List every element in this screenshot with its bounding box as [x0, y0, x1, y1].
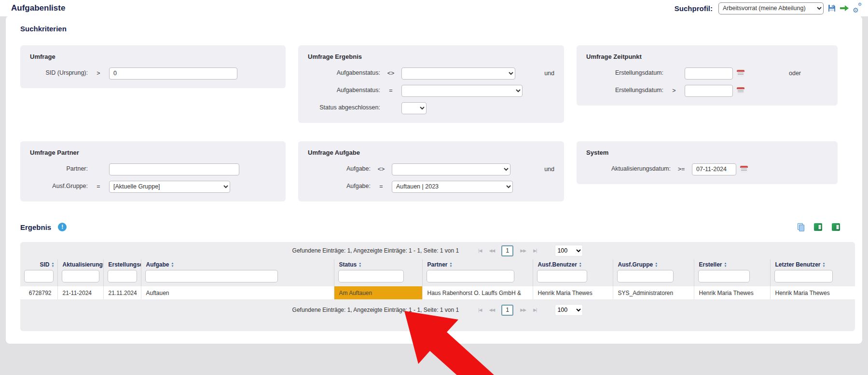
aufgabenstatus2-select[interactable]	[401, 85, 523, 97]
erstellungsdatum2-operator: >	[663, 87, 685, 94]
panel-system: System Aktualisierungsdatum: >=	[577, 141, 838, 184]
cell-erstellungsdatum: 21.11.2024	[103, 286, 141, 299]
column-header-erstellungsdatum[interactable]: Erstellungsdatum▲▼	[103, 259, 141, 269]
table-row[interactable]: 6728792 21-11-2024 21.11.2024 Auftauen A…	[20, 286, 855, 299]
filter-input-ersteller[interactable]	[698, 270, 750, 282]
column-header-ausf-gruppe[interactable]: Ausf.Gruppe▲▼	[613, 259, 694, 269]
search-profile-select[interactable]: Arbeitsvorrat (meine Abteilung)	[718, 2, 824, 14]
filter-input-ausf-benutzer[interactable]	[537, 270, 587, 282]
ausf-gruppe-select[interactable]: [Aktuelle Gruppe]	[109, 181, 230, 193]
aufgabe1-select[interactable]	[392, 163, 510, 175]
page-size-select[interactable]: 100	[555, 245, 583, 256]
column-header-aktualisierungsdatum[interactable]: Aktualisierungsdatum▲▼	[57, 259, 103, 269]
cell-ausf-gruppe: SYS_Administratoren	[613, 286, 694, 299]
filter-input-ausf-gruppe[interactable]	[617, 270, 674, 282]
criteria-heading: Suchkriterien	[20, 25, 854, 33]
panel-umfrage-ergebnis-title: Umfrage Ergebnis	[308, 53, 554, 60]
column-header-status[interactable]: Status▲▼	[334, 259, 422, 269]
filter-input-erstellungsdatum[interactable]	[108, 270, 137, 282]
cell-partner: Haus Rabenhorst O. Lauffs GmbH &	[422, 286, 533, 299]
page-title: Aufgabenliste	[0, 3, 65, 13]
cell-aktualisierungsdatum: 21-11-2024	[57, 286, 103, 299]
calendar-icon[interactable]	[737, 70, 744, 77]
criteria-row-2: Umfrage Partner Partner: Ausf.Gruppe: = …	[20, 141, 854, 201]
sort-icon: ▲▼	[450, 262, 453, 268]
oder-conjunction: oder	[789, 70, 801, 77]
column-header-ersteller[interactable]: Ersteller▲▼	[694, 259, 770, 269]
panel-umfrage-partner-title: Umfrage Partner	[30, 149, 276, 156]
filter-input-partner[interactable]	[427, 270, 514, 282]
erstellungsdatum2-label: Erstellungsdatum:	[586, 87, 663, 94]
info-icon[interactable]: !	[58, 223, 67, 231]
aufgabenstatus2-operator: =	[380, 87, 401, 94]
column-header-ausf-benutzer[interactable]: Ausf.Benutzer▲▼	[533, 259, 613, 269]
cell-ausf-benutzer: Henrik Maria Thewes	[533, 286, 613, 299]
status-abgeschlossen-label: Status abgeschlossen:	[308, 104, 380, 112]
last-page-button[interactable]: ▶|	[532, 248, 538, 253]
und-conjunction: und	[544, 166, 554, 173]
excel-export-icon[interactable]	[832, 223, 840, 231]
calendar-icon[interactable]	[740, 166, 748, 173]
aufgabe2-select[interactable]: Auftauen | 2023	[392, 181, 513, 193]
cell-letzter-benutzer: Henrik Maria Thewes	[770, 286, 855, 299]
pagination-top: Gefundene Einträge: 1, Angezeigte Einträ…	[20, 242, 855, 259]
erstellungsdatum1-label: Erstellungsdatum:	[586, 69, 663, 77]
cell-aufgabe: Auftauen	[141, 286, 334, 299]
aktualisierungsdatum-input[interactable]	[692, 163, 736, 175]
aufgabenstatus1-select[interactable]	[401, 67, 515, 80]
aktualisierungsdatum-operator: >=	[671, 166, 692, 173]
panel-umfrage-ergebnis: Umfrage Ergebnis Aufgabenstatus: <> und …	[298, 45, 564, 123]
search-profile-label: Suchprofil:	[675, 4, 713, 13]
cell-ersteller: Henrik Maria Thewes	[694, 286, 770, 299]
calendar-icon[interactable]	[737, 87, 744, 94]
criteria-row-1: Umfrage SID (Ursprung): > Umfrage Ergebn…	[20, 45, 854, 123]
status-abgeschlossen-select[interactable]	[401, 102, 427, 114]
panel-system-title: System	[586, 149, 828, 156]
column-header-letzter-benutzer[interactable]: Letzter Benutzer▲▼	[770, 259, 855, 269]
next-page-button[interactable]: ▶▶	[519, 248, 527, 253]
gears-icon[interactable]: ⚙⚙	[853, 4, 861, 13]
filter-input-status[interactable]	[338, 270, 404, 282]
status-badge: Am Auftauen	[334, 286, 422, 299]
partner-label: Partner:	[30, 165, 88, 173]
prev-page-button[interactable]: ◀◀	[487, 248, 496, 253]
erstellungsdatum1-input[interactable]	[685, 67, 733, 80]
aufgabe2-label: Aufgabe:	[308, 183, 371, 190]
column-header-sid[interactable]: SID▲▼	[20, 259, 57, 269]
sort-icon: ▲▼	[171, 262, 174, 268]
current-page-box[interactable]: 1	[501, 245, 513, 256]
sid-label: SID (Ursprung):	[30, 69, 88, 77]
filter-row	[20, 269, 855, 286]
panel-umfrage-partner: Umfrage Partner Partner: Ausf.Gruppe: = …	[20, 141, 286, 201]
und-conjunction: und	[544, 70, 554, 77]
aufgabe1-operator: <>	[371, 166, 392, 173]
pagination-summary: Gefundene Einträge: 1, Angezeigte Einträ…	[292, 247, 459, 254]
partner-input[interactable]	[109, 163, 239, 175]
red-arrow-pointer	[395, 304, 539, 375]
filter-input-aufgabe[interactable]	[145, 270, 278, 282]
cell-sid: 6728792	[20, 286, 57, 299]
erstellungsdatum2-input[interactable]	[685, 85, 733, 97]
aktualisierungsdatum-label: Aktualisierungsdatum:	[586, 165, 671, 173]
sort-icon: ▲▼	[655, 262, 658, 268]
filter-input-sid[interactable]	[24, 270, 54, 282]
copy-document-icon[interactable]	[798, 223, 804, 231]
sort-icon: ▲▼	[579, 262, 582, 268]
sort-icon: ▲▼	[724, 262, 727, 268]
filter-input-letzter-benutzer[interactable]	[774, 270, 833, 282]
column-header-aufgabe[interactable]: Aufgabe▲▼	[141, 259, 334, 269]
ausf-gruppe-operator: =	[88, 183, 109, 190]
page-size-select[interactable]: 100	[555, 304, 583, 316]
excel-export-icon[interactable]	[814, 223, 822, 231]
aufgabe1-label: Aufgabe:	[308, 165, 371, 173]
results-toolbar	[798, 223, 854, 231]
panel-umfrage: Umfrage SID (Ursprung): >	[20, 45, 286, 88]
ausf-gruppe-label: Ausf.Gruppe:	[30, 183, 88, 190]
aufgabenstatus1-label: Aufgabenstatus:	[308, 69, 380, 77]
sid-input[interactable]	[109, 67, 237, 80]
column-header-partner[interactable]: Partner▲▼	[422, 259, 533, 269]
filter-input-aktualisierungsdatum[interactable]	[62, 270, 99, 282]
first-page-button[interactable]: |◀	[477, 248, 483, 253]
save-icon[interactable]	[827, 4, 836, 13]
forward-arrow-icon[interactable]	[840, 4, 849, 13]
